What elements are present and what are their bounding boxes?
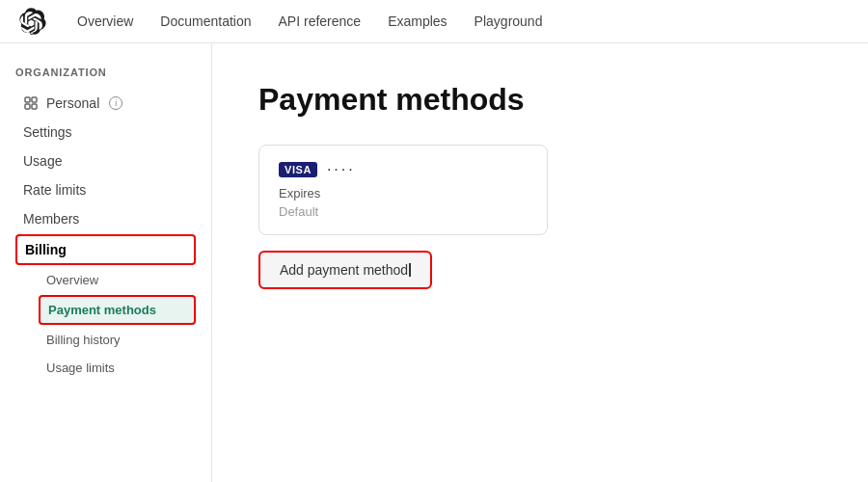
card-top: VISA ···· <box>279 161 528 178</box>
svg-rect-0 <box>25 97 30 102</box>
add-payment-method-button[interactable]: Add payment method <box>258 251 432 289</box>
main-layout: ORGANIZATION Personal i Settings Usage <box>0 43 868 482</box>
main-content: Payment methods VISA ···· Expires Defaul… <box>212 43 868 482</box>
nav-examples[interactable]: Examples <box>388 13 447 29</box>
info-icon[interactable]: i <box>109 96 122 110</box>
sidebar-settings-label: Settings <box>23 124 72 140</box>
sidebar-personal-label: Personal <box>46 95 99 111</box>
sidebar-members-label: Members <box>23 211 79 227</box>
svg-rect-3 <box>32 104 37 109</box>
nav-documentation[interactable]: Documentation <box>160 13 251 29</box>
sidebar-billing-label: Billing <box>25 242 67 257</box>
add-payment-method-label: Add payment method <box>280 262 408 278</box>
sidebar-section-label: ORGANIZATION <box>15 67 196 78</box>
sidebar-billing-sub: Overview Payment methods Billing history… <box>15 267 196 381</box>
card-expires: Expires <box>279 186 528 201</box>
nav-overview[interactable]: Overview <box>77 13 133 29</box>
card-dots: ···· <box>327 161 356 178</box>
nav-links: Overview Documentation API reference Exa… <box>77 13 542 29</box>
sidebar-item-billing[interactable]: Billing <box>15 234 196 265</box>
sidebar-sub-payment-methods[interactable]: Payment methods <box>39 295 196 325</box>
payment-card: VISA ···· Expires Default <box>258 145 548 235</box>
openai-logo <box>19 8 46 35</box>
svg-rect-2 <box>25 104 30 109</box>
sidebar-sub-billing-history-label: Billing history <box>46 333 121 347</box>
sidebar-sub-usage-limits[interactable]: Usage limits <box>39 355 196 381</box>
page-title: Payment methods <box>258 82 822 118</box>
nav-playground[interactable]: Playground <box>475 13 543 29</box>
visa-badge: VISA <box>279 162 317 177</box>
sidebar-item-members[interactable]: Members <box>15 205 196 232</box>
sidebar-item-rate-limits[interactable]: Rate limits <box>15 176 196 203</box>
nav-api-reference[interactable]: API reference <box>279 13 362 29</box>
sidebar-item-personal[interactable]: Personal i <box>15 90 196 117</box>
sidebar-sub-overview[interactable]: Overview <box>39 267 196 293</box>
sidebar-item-settings[interactable]: Settings <box>15 119 196 146</box>
cursor-indicator <box>409 263 411 277</box>
grid-icon <box>23 95 39 111</box>
card-default: Default <box>279 204 528 219</box>
sidebar-sub-usage-limits-label: Usage limits <box>46 361 115 375</box>
sidebar-sub-billing-history[interactable]: Billing history <box>39 327 196 353</box>
sidebar-item-usage[interactable]: Usage <box>15 147 196 174</box>
sidebar-rate-limits-label: Rate limits <box>23 182 86 198</box>
top-nav: Overview Documentation API reference Exa… <box>0 0 868 43</box>
sidebar-sub-overview-label: Overview <box>46 273 98 287</box>
sidebar: ORGANIZATION Personal i Settings Usage <box>0 43 212 482</box>
sidebar-usage-label: Usage <box>23 153 62 169</box>
sidebar-sub-payment-methods-label: Payment methods <box>48 303 156 317</box>
svg-rect-1 <box>32 97 37 102</box>
